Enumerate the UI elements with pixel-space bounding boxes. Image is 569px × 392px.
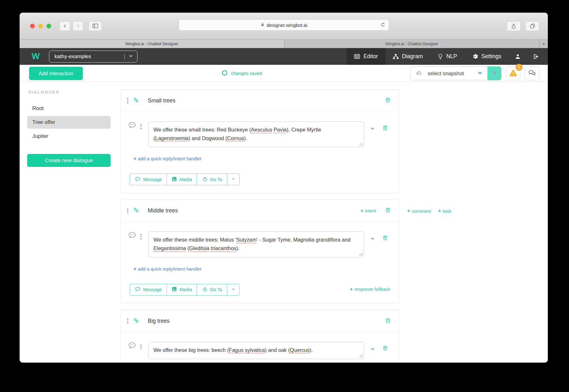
message-text-input[interactable]: We offer these middle trees: Malus 'Suty… xyxy=(148,231,364,257)
drag-handle-icon[interactable] xyxy=(126,97,129,105)
message-options-icon[interactable] xyxy=(140,343,142,351)
dialogues-sidebar: DIALOGUES Root Tree offer Jupiter Create… xyxy=(20,82,120,363)
goto-hand-icon xyxy=(202,286,207,293)
delete-message-icon[interactable] xyxy=(382,345,388,352)
collapse-message-icon[interactable] xyxy=(370,126,375,132)
sign-out-icon xyxy=(533,53,539,60)
new-tab-button[interactable]: + xyxy=(540,40,548,48)
plus-icon: + xyxy=(133,266,136,272)
traffic-lights xyxy=(30,24,51,28)
delete-interaction-icon[interactable] xyxy=(385,317,391,325)
add-response-actions: Message Media Go To xyxy=(130,174,399,185)
back-button[interactable] xyxy=(59,21,70,31)
interaction-title[interactable]: Middle trees xyxy=(148,207,178,214)
lock-icon xyxy=(260,22,265,28)
add-task-link[interactable]: +task xyxy=(438,208,451,214)
snapshot-placeholder: select snapshot xyxy=(428,70,473,77)
browser-tab-inactive[interactable]: Wingbot.ai - Chatbot Designer xyxy=(284,40,540,48)
chevron-down-icon xyxy=(128,53,133,60)
show-tabs-button[interactable] xyxy=(525,21,539,31)
tabs-overview-icon xyxy=(530,23,535,29)
message-options-icon[interactable] xyxy=(140,123,142,131)
delete-interaction-icon[interactable] xyxy=(385,207,391,215)
message-text-input[interactable]: We offer these big trees: beech (Fagus s… xyxy=(148,342,364,359)
message-text-input[interactable]: We offer these small trees: Red Buckeye … xyxy=(148,121,364,147)
add-goto-button[interactable]: Go To xyxy=(197,174,227,185)
delete-message-icon[interactable] xyxy=(382,125,388,132)
add-response-actions: Message Media Go To xyxy=(130,284,399,296)
toolbar-right: select snapshot 1 xyxy=(410,66,539,80)
chat-bubbles-icon xyxy=(528,70,536,77)
plus-icon: + xyxy=(133,156,136,162)
address-bar[interactable]: designer.wingbot.ai xyxy=(179,19,389,31)
message-row: We offer these big trees: beech (Fagus s… xyxy=(121,342,399,359)
plus-icon: + xyxy=(360,208,363,214)
sidebar-item-root[interactable]: Root xyxy=(20,102,120,115)
interactions-panel: Small trees We offer these small trees: … xyxy=(120,82,548,363)
card-header: Middle trees +intent xyxy=(121,200,399,222)
project-selector[interactable]: kathy-examples | xyxy=(49,51,138,63)
refresh-button[interactable] xyxy=(380,22,386,29)
collapse-actions-button[interactable] xyxy=(227,174,239,185)
screen: designer.wingbot.ai Wingbot.ai - Chatbot… xyxy=(0,0,569,392)
warning-triangle-icon xyxy=(509,69,517,78)
sidebar-toggle-button[interactable] xyxy=(89,21,102,31)
user-account-button[interactable] xyxy=(509,48,527,65)
add-response-fallback-link[interactable]: +response fallback xyxy=(350,286,390,292)
collapse-actions-button[interactable] xyxy=(227,284,239,295)
create-new-dialogue-button[interactable]: Create new dialogue xyxy=(27,154,111,167)
cloud-upload-icon xyxy=(415,70,423,77)
sidebar-item-jupiter[interactable]: Jupiter xyxy=(20,130,120,143)
add-quick-reply-link[interactable]: +add a quick reply/intent handler xyxy=(133,156,202,162)
add-media-button[interactable]: Media xyxy=(167,284,197,295)
add-interaction-button[interactable]: Add interaction xyxy=(29,67,83,80)
warnings-button[interactable]: 1 xyxy=(506,66,520,80)
add-comment-link[interactable]: +comment xyxy=(407,208,431,214)
chevron-down-icon xyxy=(477,70,483,77)
select-snapshot-dropdown[interactable]: select snapshot xyxy=(410,66,487,80)
add-intent-link[interactable]: +intent xyxy=(360,208,376,214)
user-icon xyxy=(515,53,521,60)
sidebar-item-tree-offer[interactable]: Tree offer xyxy=(27,116,111,129)
link-icon[interactable] xyxy=(133,207,139,214)
interaction-title[interactable]: Small trees xyxy=(148,97,176,104)
close-window-button[interactable] xyxy=(30,24,35,28)
add-media-button[interactable]: Media xyxy=(167,174,197,185)
add-goto-button[interactable]: Go To xyxy=(197,284,227,295)
plus-icon: + xyxy=(350,286,353,292)
message-options-icon[interactable] xyxy=(140,233,142,241)
collapse-message-icon[interactable] xyxy=(370,346,375,353)
nav-nlp[interactable]: NLP xyxy=(430,48,464,65)
nav-editor[interactable]: Editor xyxy=(346,48,385,65)
nav-settings[interactable]: Settings xyxy=(464,48,509,65)
nav-diagram[interactable]: Diagram xyxy=(385,48,430,65)
status-text: changes saved xyxy=(231,71,262,76)
zoom-window-button[interactable] xyxy=(46,24,51,28)
drag-handle-icon[interactable] xyxy=(126,317,129,325)
interaction-title[interactable]: Big trees xyxy=(148,318,170,324)
media-image-icon xyxy=(172,286,177,293)
minimize-window-button[interactable] xyxy=(38,24,43,28)
add-quick-reply-link[interactable]: +add a quick reply/intent handler xyxy=(133,266,202,272)
link-icon[interactable] xyxy=(133,97,139,104)
add-message-button[interactable]: Message xyxy=(130,284,167,295)
delete-message-icon[interactable] xyxy=(382,235,388,242)
nav-label: Editor xyxy=(364,53,378,60)
nav-label: NLP xyxy=(446,53,457,60)
comments-button[interactable] xyxy=(525,66,539,80)
message-row: We offer these small trees: Red Buckeye … xyxy=(121,121,399,147)
deploy-play-button[interactable] xyxy=(487,66,501,80)
add-message-button[interactable]: Message xyxy=(130,174,167,185)
chevron-up-icon xyxy=(231,287,236,292)
forward-button[interactable] xyxy=(73,21,83,31)
link-icon[interactable] xyxy=(133,317,139,325)
browser-tab-active[interactable]: Wingbot.ai - Chatbot Designer xyxy=(20,40,284,48)
warning-count-badge: 1 xyxy=(516,64,523,71)
logout-button[interactable] xyxy=(527,48,545,65)
wingbot-logo[interactable]: W xyxy=(32,52,40,61)
drag-handle-icon[interactable] xyxy=(126,207,129,215)
gears-icon xyxy=(472,53,478,60)
collapse-message-icon[interactable] xyxy=(370,236,375,242)
delete-interaction-icon[interactable] xyxy=(385,97,391,105)
share-button[interactable] xyxy=(507,21,521,31)
